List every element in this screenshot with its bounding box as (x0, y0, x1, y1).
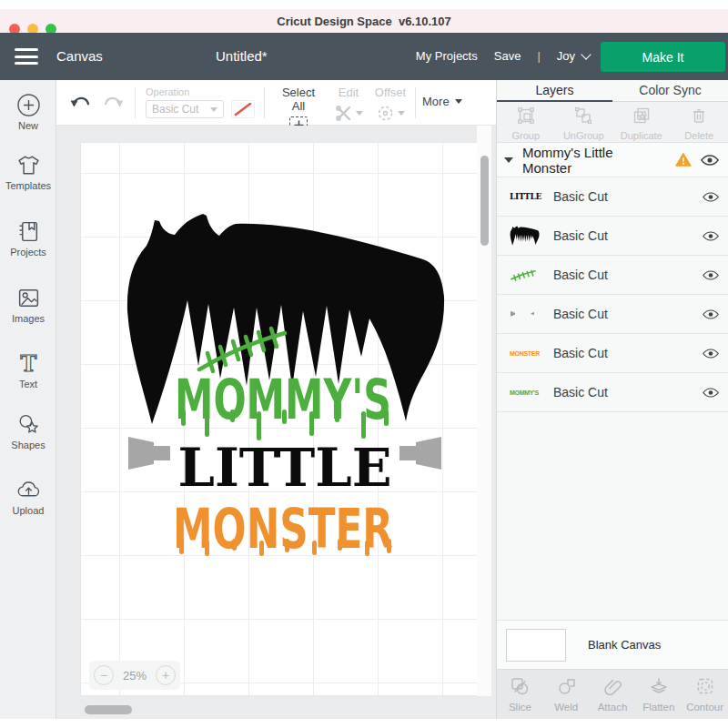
blank-canvas-label: Blank Canvas (588, 638, 661, 652)
layers-panel: Layers Color Sync Group UnGroup (496, 80, 728, 719)
sidebar-item-new[interactable]: New (0, 93, 56, 131)
eye-icon[interactable] (703, 191, 719, 203)
operation-select[interactable]: Basic Cut (146, 100, 224, 118)
edit-toolbar: Operation Basic Cut Select All Edit (56, 80, 496, 126)
layer-row-mommys[interactable]: MOMMY'S Basic Cut (497, 373, 728, 412)
flatten-button[interactable]: Flatten (635, 670, 682, 719)
eye-icon[interactable] (703, 230, 719, 242)
layer-row-stitches[interactable]: Basic Cut (497, 256, 728, 295)
document-title: Untitled* (216, 48, 268, 64)
tab-layers[interactable]: Layers (497, 80, 612, 102)
ungroup-icon (573, 106, 593, 126)
mac-titlebar: Cricut Design Space v6.10.107 (0, 0, 728, 33)
layer-thumbnail: LITTLE (510, 192, 541, 201)
svg-text:T: T (20, 351, 36, 376)
offset-button[interactable]: Offset (369, 86, 411, 123)
zoom-in-button[interactable]: + (156, 665, 176, 685)
edit-tools-icon (334, 104, 353, 123)
toolbar-divider (135, 87, 136, 118)
contour-icon (695, 676, 715, 696)
collapse-caret-icon[interactable] (504, 157, 513, 163)
layer-group-header[interactable]: Mommy's Little Monster (497, 143, 728, 177)
duplicate-icon (632, 106, 652, 126)
delete-button[interactable]: Delete (671, 102, 728, 142)
group-button[interactable]: Group (497, 102, 555, 142)
zoom-control: − 25% + (89, 661, 180, 690)
attach-button[interactable]: Attach (590, 670, 636, 719)
diagonal-line-icon (232, 101, 254, 117)
design-word-little: LITTLE (178, 437, 392, 499)
sidebar-item-text[interactable]: T Text (0, 351, 56, 389)
picture-icon (16, 286, 41, 310)
layer-row-little[interactable]: LITTLE Basic Cut (497, 177, 728, 217)
sidebar-item-projects[interactable]: Projects (0, 219, 56, 258)
layer-actions-bar: Group UnGroup Duplicate (497, 102, 728, 143)
chevron-down-icon (398, 111, 405, 116)
menu-icon[interactable] (15, 48, 38, 65)
layer-row-bolts[interactable]: Basic Cut (497, 295, 728, 334)
machine-selector[interactable]: Joy (557, 49, 590, 63)
blank-canvas-row[interactable]: Blank Canvas (497, 620, 728, 669)
save-link[interactable]: Save (494, 49, 521, 63)
duplicate-button[interactable]: Duplicate (612, 102, 671, 142)
blank-canvas-thumbnail (506, 629, 566, 662)
layer-row-hair[interactable]: Basic Cut (497, 217, 728, 256)
canvas-label: Canvas (56, 48, 103, 64)
edit-button[interactable]: Edit (329, 86, 368, 123)
toolbar-divider (415, 87, 416, 118)
eye-icon[interactable] (701, 154, 719, 167)
ungroup-button[interactable]: UnGroup (555, 102, 613, 142)
app-window: Cricut Design Space v6.10.107 Canvas Unt… (0, 0, 728, 728)
design-word-mommys: MOMMY'S (175, 368, 391, 431)
notebook-icon (16, 219, 41, 244)
cut-color-swatch[interactable] (231, 100, 255, 118)
horizontal-scrollbar-thumb[interactable] (85, 705, 132, 714)
canvas-area: MOMMY'S LITTLE MONSTER − 25% + (56, 126, 496, 719)
eye-icon[interactable] (703, 308, 719, 320)
group-name: Mommy's Little Monster (522, 145, 657, 176)
make-it-button[interactable]: Make It (601, 42, 725, 72)
left-bolt-shape (128, 437, 170, 470)
my-projects-link[interactable]: My Projects (416, 49, 478, 63)
undo-button[interactable] (69, 92, 92, 115)
tab-color-sync[interactable]: Color Sync (612, 80, 728, 102)
group-icon (516, 106, 536, 126)
chevron-down-icon (455, 99, 462, 104)
layer-row-monster[interactable]: MONSTER Basic Cut (497, 334, 728, 373)
layer-thumbnail (510, 309, 546, 318)
cloud-upload-icon (16, 478, 41, 502)
bottom-margin (0, 719, 728, 728)
eye-icon[interactable] (703, 348, 719, 359)
sidebar-item-shapes[interactable]: Shapes (0, 412, 56, 450)
more-button[interactable]: More (422, 95, 462, 108)
toolbar-divider (264, 87, 265, 118)
vertical-scrollbar-thumb[interactable] (480, 156, 489, 246)
slice-button[interactable]: Slice (497, 670, 543, 719)
layer-tools-footer: Slice Weld Attach Flatten (497, 669, 728, 719)
chevron-down-icon (356, 111, 363, 116)
layer-thumbnail: MOMMY'S (510, 389, 539, 396)
sidebar-item-templates[interactable]: Templates (0, 153, 56, 191)
letter-t-icon: T (16, 351, 41, 376)
slice-icon (510, 676, 530, 696)
eye-icon[interactable] (703, 269, 719, 281)
layer-thumbnail (510, 268, 546, 281)
monster-design[interactable]: MOMMY'S LITTLE MONSTER (123, 209, 447, 557)
app-header: Canvas Untitled* My Projects Save | Joy … (0, 33, 728, 80)
redo-button[interactable] (102, 92, 125, 115)
machine-name: Joy (557, 49, 575, 63)
offset-icon (376, 104, 395, 123)
operation-label: Operation (146, 86, 189, 97)
contour-button[interactable]: Contour (682, 670, 728, 719)
panel-tabs: Layers Color Sync (497, 80, 728, 102)
zoom-out-button[interactable]: − (94, 665, 114, 685)
sidebar-item-images[interactable]: Images (0, 286, 56, 324)
tshirt-icon (16, 153, 41, 177)
warning-icon (675, 152, 692, 167)
sidebar-item-upload[interactable]: Upload (0, 478, 56, 516)
eye-icon[interactable] (703, 387, 719, 399)
layer-thumbnail (510, 226, 546, 246)
operation-value: Basic Cut (152, 103, 198, 116)
weld-button[interactable]: Weld (543, 670, 590, 719)
flatten-icon (649, 676, 669, 696)
